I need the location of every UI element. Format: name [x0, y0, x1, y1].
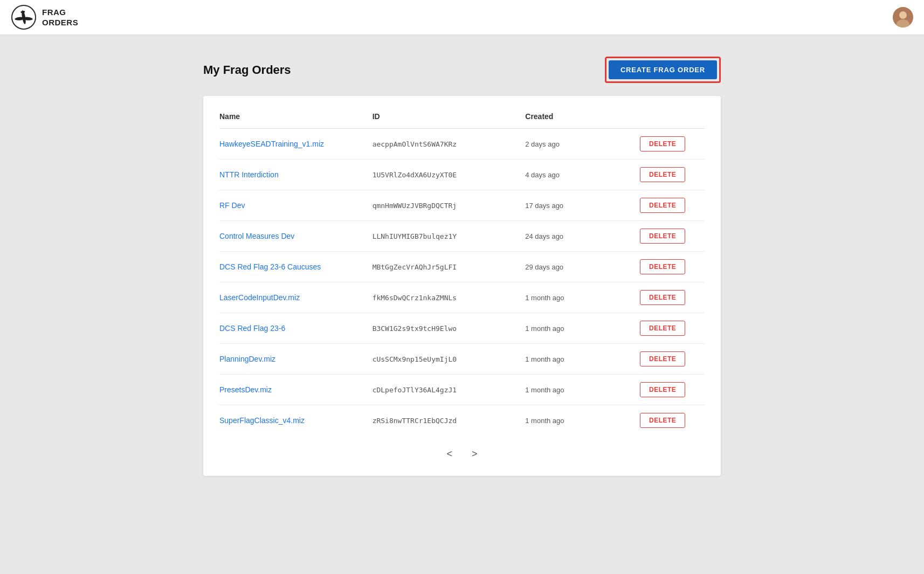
row-created-cell: 2 days ago — [525, 140, 640, 148]
delete-button[interactable]: DELETE — [640, 136, 685, 151]
table-header: Name ID Created — [219, 107, 705, 129]
delete-button[interactable]: DELETE — [640, 413, 685, 428]
row-actions-cell: DELETE — [640, 136, 705, 151]
delete-button[interactable]: DELETE — [640, 167, 685, 182]
frag-order-link[interactable]: LaserCodeInputDev.miz — [219, 293, 300, 302]
row-created-cell: 29 days ago — [525, 263, 640, 271]
row-id-cell: cDLpefoJTlY36AL4gzJ1 — [373, 386, 526, 394]
row-created-cell: 1 month ago — [525, 355, 640, 363]
row-created-cell: 1 month ago — [525, 324, 640, 333]
row-name-cell: PlanningDev.miz — [219, 355, 373, 363]
row-created-cell: 17 days ago — [525, 202, 640, 210]
row-created-cell: 4 days ago — [525, 171, 640, 179]
frag-order-link[interactable]: RF Dev — [219, 201, 245, 210]
pagination: < > — [219, 435, 705, 465]
row-actions-cell: DELETE — [640, 259, 705, 274]
row-id-cell: LLNhIUYMIGB7bulqez1Y — [373, 232, 526, 240]
row-created-cell: 24 days ago — [525, 232, 640, 240]
row-name-cell: HawkeyeSEADTraining_v1.miz — [219, 140, 373, 148]
row-id-cell: B3CW1G2s9tx9tcH9Elwo — [373, 324, 526, 333]
delete-button[interactable]: DELETE — [640, 382, 685, 397]
table-body: HawkeyeSEADTraining_v1.miz aecppAmOlVntS… — [219, 129, 705, 435]
frag-order-link[interactable]: NTTR Interdiction — [219, 170, 279, 179]
row-name-cell: PresetsDev.miz — [219, 385, 373, 394]
row-id-cell: 1U5VRlZo4dXA6UzyXT0E — [373, 171, 526, 179]
row-name-cell: RF Dev — [219, 201, 373, 210]
delete-button[interactable]: DELETE — [640, 198, 685, 213]
row-actions-cell: DELETE — [640, 321, 705, 336]
delete-button[interactable]: DELETE — [640, 229, 685, 244]
row-actions-cell: DELETE — [640, 351, 705, 366]
row-id-cell: cUsSCMx9np15eUymIjL0 — [373, 355, 526, 363]
table-row: HawkeyeSEADTraining_v1.miz aecppAmOlVntS… — [219, 129, 705, 160]
row-actions-cell: DELETE — [640, 229, 705, 244]
user-avatar[interactable] — [893, 7, 913, 27]
row-id-cell: aecppAmOlVntS6WA7KRz — [373, 140, 526, 148]
pagination-next-button[interactable]: > — [467, 446, 482, 462]
row-created-cell: 1 month ago — [525, 417, 640, 425]
table-row: PlanningDev.miz cUsSCMx9np15eUymIjL0 1 m… — [219, 344, 705, 375]
frag-order-link[interactable]: PresetsDev.miz — [219, 385, 272, 394]
col-created-header: Created — [525, 112, 640, 121]
pagination-prev-button[interactable]: < — [442, 446, 457, 462]
frag-order-link[interactable]: Control Measures Dev — [219, 232, 294, 240]
row-id-cell: qmnHmWWUzJVBRgDQCTRj — [373, 202, 526, 210]
row-actions-cell: DELETE — [640, 167, 705, 182]
table-row: SuperFlagClassic_v4.miz zRSi8nwTTRCr1EbQ… — [219, 405, 705, 435]
row-actions-cell: DELETE — [640, 290, 705, 305]
delete-button[interactable]: DELETE — [640, 259, 685, 274]
table-row: PresetsDev.miz cDLpefoJTlY36AL4gzJ1 1 mo… — [219, 375, 705, 405]
table-row: DCS Red Flag 23-6 Caucuses MBtGgZecVrAQh… — [219, 252, 705, 282]
delete-button[interactable]: DELETE — [640, 290, 685, 305]
row-name-cell: LaserCodeInputDev.miz — [219, 293, 373, 302]
create-button-highlight: CREATE FRAG ORDER — [605, 57, 721, 83]
table-row: Control Measures Dev LLNhIUYMIGB7bulqez1… — [219, 221, 705, 252]
table-row: NTTR Interdiction 1U5VRlZo4dXA6UzyXT0E 4… — [219, 160, 705, 190]
row-id-cell: MBtGgZecVrAQhJr5gLFI — [373, 263, 526, 271]
table-row: DCS Red Flag 23-6 B3CW1G2s9tx9tcH9Elwo 1… — [219, 313, 705, 344]
table-row: RF Dev qmnHmWWUzJVBRgDQCTRj 17 days ago … — [219, 190, 705, 221]
row-name-cell: DCS Red Flag 23-6 — [219, 324, 373, 333]
row-name-cell: SuperFlagClassic_v4.miz — [219, 416, 373, 425]
col-actions-header — [640, 112, 705, 121]
frag-order-link[interactable]: DCS Red Flag 23-6 — [219, 324, 285, 333]
frag-order-link[interactable]: HawkeyeSEADTraining_v1.miz — [219, 140, 324, 148]
row-created-cell: 1 month ago — [525, 294, 640, 302]
table-row: LaserCodeInputDev.miz fkM6sDwQCrz1nkaZMN… — [219, 282, 705, 313]
row-name-cell: DCS Red Flag 23-6 Caucuses — [219, 262, 373, 271]
row-id-cell: zRSi8nwTTRCr1EbQCJzd — [373, 417, 526, 425]
frag-orders-table-card: Name ID Created HawkeyeSEADTraining_v1.m… — [203, 96, 721, 476]
delete-button[interactable]: DELETE — [640, 321, 685, 336]
app-header: Frag Orders — [0, 0, 924, 35]
frag-order-link[interactable]: DCS Red Flag 23-6 Caucuses — [219, 262, 321, 271]
col-id-header: ID — [373, 112, 526, 121]
app-logo-icon — [11, 4, 37, 30]
svg-point-7 — [899, 11, 907, 19]
row-actions-cell: DELETE — [640, 198, 705, 213]
frag-order-link[interactable]: SuperFlagClassic_v4.miz — [219, 416, 305, 425]
page-header: My Frag Orders CREATE FRAG ORDER — [203, 57, 721, 83]
row-actions-cell: DELETE — [640, 382, 705, 397]
app-name: Frag Orders — [42, 7, 78, 28]
col-name-header: Name — [219, 112, 373, 121]
row-name-cell: Control Measures Dev — [219, 232, 373, 240]
row-name-cell: NTTR Interdiction — [219, 170, 373, 179]
avatar-image — [893, 7, 913, 27]
row-created-cell: 1 month ago — [525, 386, 640, 394]
frag-order-link[interactable]: PlanningDev.miz — [219, 355, 275, 363]
row-id-cell: fkM6sDwQCrz1nkaZMNLs — [373, 294, 526, 302]
page-title: My Frag Orders — [203, 63, 291, 77]
row-actions-cell: DELETE — [640, 413, 705, 428]
main-content: My Frag Orders CREATE FRAG ORDER Name ID… — [192, 35, 732, 497]
create-frag-order-button[interactable]: CREATE FRAG ORDER — [609, 60, 717, 79]
logo-area: Frag Orders — [11, 4, 78, 30]
delete-button[interactable]: DELETE — [640, 351, 685, 366]
